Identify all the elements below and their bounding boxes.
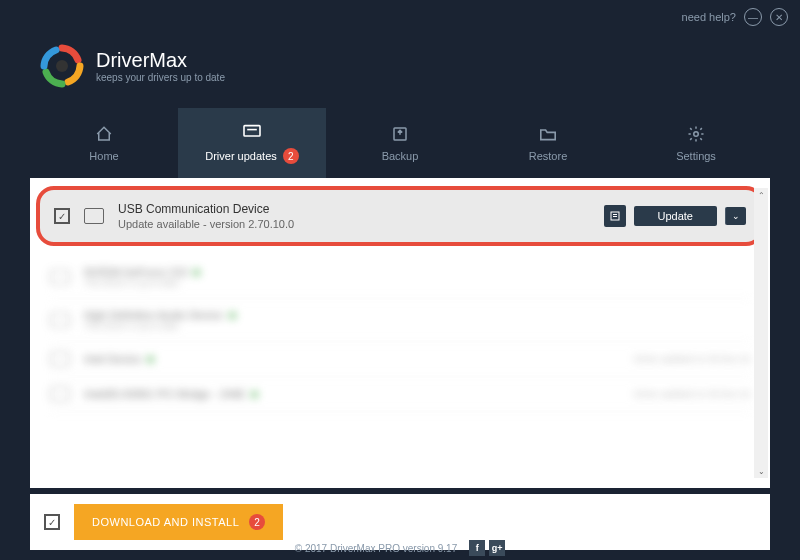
nav-updates-label: Driver updates <box>205 150 277 162</box>
nav-home[interactable]: Home <box>30 108 178 178</box>
footer: © 2017 DriverMax PRO version 9.17 f g+ <box>0 540 800 556</box>
close-button[interactable]: ✕ <box>770 8 788 26</box>
gear-icon <box>686 124 706 144</box>
driver-list-panel: ✓ USB Communication Device Update availa… <box>30 178 770 488</box>
scroll-down-icon[interactable]: ⌄ <box>754 464 768 478</box>
facebook-icon[interactable]: f <box>469 540 485 556</box>
svg-point-0 <box>56 60 68 72</box>
minimize-button[interactable]: — <box>744 8 762 26</box>
list-item: Intel(R) 82801 PCI Bridge - 244EDriver u… <box>50 377 750 412</box>
help-link[interactable]: need help? <box>682 11 736 23</box>
home-icon <box>94 124 114 144</box>
nav-restore[interactable]: Restore <box>474 108 622 178</box>
list-item: Intel DeviceDriver updated on 03-Nov-16 <box>50 342 750 377</box>
monitor-icon <box>242 122 262 142</box>
device-name: USB Communication Device <box>118 202 590 216</box>
select-all-checkbox[interactable]: ✓ <box>44 514 60 530</box>
app-header: DriverMax keeps your drivers up to date <box>0 34 800 108</box>
app-tagline: keeps your drivers up to date <box>96 72 225 83</box>
list-item: NVIDIA GeForce 210This driver is up-to-d… <box>50 256 750 299</box>
driver-row-highlighted: ✓ USB Communication Device Update availa… <box>36 186 764 246</box>
blurred-driver-list: NVIDIA GeForce 210This driver is up-to-d… <box>30 252 770 416</box>
nav-backup[interactable]: Backup <box>326 108 474 178</box>
install-label: DOWNLOAD AND INSTALL <box>92 516 239 528</box>
scrollbar[interactable]: ⌃ ⌄ <box>754 188 768 478</box>
svg-point-4 <box>694 132 699 137</box>
app-title: DriverMax <box>96 49 225 72</box>
google-plus-icon[interactable]: g+ <box>489 540 505 556</box>
folder-icon <box>538 124 558 144</box>
device-status: Update available - version 2.70.10.0 <box>118 218 590 230</box>
install-badge: 2 <box>249 514 265 530</box>
app-logo <box>40 44 84 88</box>
backup-icon <box>390 124 410 144</box>
copyright: © 2017 DriverMax PRO version 9.17 <box>295 543 457 554</box>
download-install-button[interactable]: DOWNLOAD AND INSTALL 2 <box>74 504 283 540</box>
driver-checkbox[interactable]: ✓ <box>54 208 70 224</box>
update-button[interactable]: Update <box>634 206 717 226</box>
nav-driver-updates[interactable]: Driver updates2 <box>178 108 326 178</box>
update-dropdown[interactable]: ⌄ <box>725 207 746 225</box>
list-item: High Definition Audio DeviceThis driver … <box>50 299 750 342</box>
svg-rect-1 <box>244 126 260 136</box>
updates-badge: 2 <box>283 148 299 164</box>
nav-settings[interactable]: Settings <box>622 108 770 178</box>
device-icon <box>84 208 104 224</box>
scroll-up-icon[interactable]: ⌃ <box>754 188 768 202</box>
main-nav: Home Driver updates2 Backup Restore Sett… <box>0 108 800 178</box>
details-button[interactable] <box>604 205 626 227</box>
